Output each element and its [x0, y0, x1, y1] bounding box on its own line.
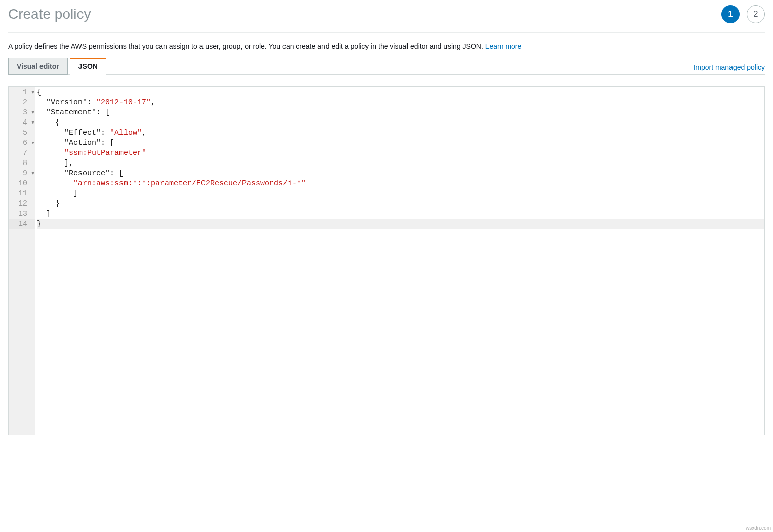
description-text: A policy defines the AWS permissions tha…	[8, 42, 485, 50]
gutter-line: 3▼	[9, 108, 35, 118]
code-line[interactable]: ]	[37, 209, 764, 219]
json-editor[interactable]: 1▼23▼4▼56▼789▼1011121314 { "Version": "2…	[8, 86, 765, 435]
code-line[interactable]: "Effect": "Allow",	[37, 128, 764, 138]
fold-toggle-icon[interactable]: ▼	[32, 88, 34, 98]
gutter-line: 10	[9, 179, 35, 189]
code-line[interactable]: "Action": [	[37, 138, 764, 148]
code-line[interactable]: "arn:aws:ssm:*:*:parameter/EC2Rescue/Pas…	[37, 179, 764, 189]
fold-toggle-icon[interactable]: ▼	[32, 138, 34, 148]
editor-code-area[interactable]: { "Version": "2012-10-17", "Statement": …	[35, 87, 764, 435]
code-line[interactable]: {	[37, 118, 764, 128]
wizard-steps: 12	[721, 5, 765, 23]
code-line[interactable]: }	[37, 199, 764, 209]
import-managed-policy-link[interactable]: Import managed policy	[693, 63, 765, 74]
gutter-line: 1▼	[9, 88, 35, 98]
code-line[interactable]: "ssm:PutParameter"	[37, 148, 764, 158]
gutter-line: 4▼	[9, 118, 35, 128]
gutter-line: 13	[9, 209, 35, 219]
fold-toggle-icon[interactable]: ▼	[32, 118, 34, 128]
editor-tabs: Visual editorJSON	[8, 57, 108, 74]
wizard-step-1[interactable]: 1	[721, 5, 740, 23]
code-line[interactable]: "Statement": [	[37, 108, 764, 118]
tab-json[interactable]: JSON	[70, 58, 106, 75]
code-line[interactable]: }	[37, 219, 764, 229]
gutter-line: 9▼	[9, 169, 35, 179]
fold-toggle-icon[interactable]: ▼	[32, 169, 34, 179]
code-line[interactable]: ],	[37, 158, 764, 169]
gutter-line: 5	[9, 128, 35, 138]
editor-gutter: 1▼23▼4▼56▼789▼1011121314	[9, 87, 35, 435]
gutter-line: 6▼	[9, 138, 35, 148]
tab-visual-editor[interactable]: Visual editor	[8, 58, 68, 75]
code-line[interactable]: "Version": "2012-10-17",	[37, 98, 764, 108]
page-title: Create policy	[8, 6, 91, 22]
text-cursor	[43, 220, 43, 228]
code-line[interactable]: "Resource": [	[37, 169, 764, 179]
gutter-line: 8	[9, 158, 35, 169]
gutter-line: 7	[9, 148, 35, 158]
learn-more-link[interactable]: Learn more	[485, 42, 522, 50]
gutter-line: 11	[9, 189, 35, 199]
code-line[interactable]: {	[37, 88, 764, 98]
gutter-line: 12	[9, 199, 35, 209]
policy-description: A policy defines the AWS permissions tha…	[8, 33, 765, 57]
code-line[interactable]: ]	[37, 189, 764, 199]
gutter-line: 2	[9, 98, 35, 108]
gutter-line: 14	[9, 219, 35, 229]
fold-toggle-icon[interactable]: ▼	[32, 108, 34, 118]
wizard-step-2[interactable]: 2	[747, 5, 765, 23]
